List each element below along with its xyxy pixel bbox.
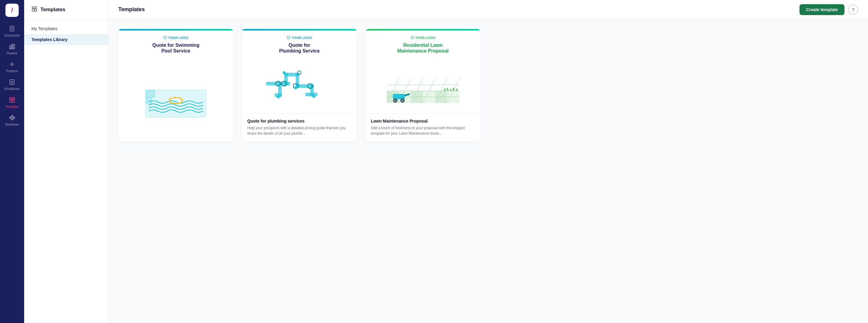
svg-line-21 — [13, 116, 13, 118]
plumb-info: Quote for plumbing services Help your pr… — [242, 114, 357, 142]
pool-logo-text: YOUR LOGO — [168, 36, 188, 39]
svg-rect-15 — [10, 117, 11, 118]
plumb-logo-section: ⬡ YOUR LOGO Quote for Plumbing Service — [273, 30, 326, 56]
pipeline-icon — [9, 43, 16, 51]
templates-header-icon — [31, 6, 37, 13]
svg-rect-25 — [35, 9, 37, 11]
pool-logo: ⬡ YOUR LOGO — [163, 35, 188, 40]
main-header: Templates Create template ? — [108, 0, 868, 19]
sidebar-item-templates[interactable]: Templates — [0, 94, 24, 111]
nav-templates-library[interactable]: Templates Library — [24, 34, 108, 45]
templates-icon — [9, 97, 16, 104]
templates-grid: ⬡ YOUR LOGO Quote for Swimming Pool Serv… — [118, 29, 480, 142]
sidebar-item-pipeline[interactable]: Pipeline — [0, 41, 24, 57]
svg-point-45 — [283, 71, 286, 74]
sidebar-item-label: Products — [6, 69, 18, 73]
plumb-logo: ⬡ YOUR LOGO — [287, 35, 312, 40]
documents-icon — [9, 25, 16, 33]
svg-rect-5 — [11, 45, 13, 49]
sidebar-item-label: PriceBooks — [4, 87, 20, 91]
template-preview-plumbing: ⬡ YOUR LOGO Quote for Plumbing Service — [242, 29, 357, 114]
plumb-desc: Help your prospects with a detailed pric… — [247, 125, 351, 136]
svg-rect-13 — [10, 99, 12, 102]
svg-rect-8 — [10, 80, 14, 85]
create-template-button[interactable]: Create template — [800, 4, 844, 15]
plumb-illustration — [242, 56, 357, 114]
plumb-preview-title: Quote for Plumbing Service — [279, 42, 320, 54]
lawn-logo: ⬡ YOUR LOGO — [410, 35, 435, 40]
svg-point-47 — [277, 95, 280, 98]
svg-rect-24 — [32, 9, 34, 11]
pool-illustration — [118, 56, 233, 142]
svg-rect-28 — [146, 97, 152, 104]
sidebar-item-documents[interactable]: Documents — [0, 23, 24, 39]
svg-rect-27 — [146, 90, 155, 97]
left-panel-title: Templates — [40, 7, 65, 13]
left-panel-nav: My Templates Templates Library — [24, 20, 108, 49]
svg-rect-16 — [11, 116, 13, 117]
template-card-swimming-pool[interactable]: ⬡ YOUR LOGO Quote for Swimming Pool Serv… — [118, 29, 233, 142]
workflows-icon — [9, 114, 16, 122]
svg-rect-4 — [10, 46, 11, 49]
lawn-logo-section: ⬡ YOUR LOGO Residential Lawn Maintenance… — [391, 30, 455, 56]
pool-logo-section: ⬡ YOUR LOGO Quote for Swimming Pool Serv… — [146, 30, 205, 56]
sidebar: / Documents Pipeline Products PriceBook — [0, 0, 24, 323]
lawn-logo-text: YOUR LOGO — [415, 36, 435, 39]
lawn-desc: Add a touch of freshness to your proposa… — [371, 125, 475, 136]
nav-my-templates[interactable]: My Templates — [24, 23, 108, 34]
svg-rect-12 — [10, 97, 15, 99]
main-header-title: Templates — [118, 6, 145, 13]
pricebooks-icon — [9, 79, 16, 86]
products-icon — [9, 61, 16, 68]
svg-rect-6 — [13, 44, 15, 49]
sidebar-item-label: Templates — [5, 105, 19, 108]
svg-point-48 — [312, 95, 315, 98]
svg-rect-23 — [32, 7, 37, 8]
sidebar-item-label: Workflows — [5, 123, 19, 126]
svg-line-19 — [11, 116, 11, 118]
svg-rect-18 — [13, 117, 15, 118]
pool-preview-title: Quote for Swimming Pool Service — [152, 42, 199, 54]
svg-point-7 — [11, 63, 13, 65]
svg-point-46 — [294, 86, 297, 89]
template-preview-pool: ⬡ YOUR LOGO Quote for Swimming Pool Serv… — [118, 29, 233, 142]
svg-point-64 — [394, 99, 396, 102]
lawn-preview-title: Residential Lawn Maintenance Proposal — [397, 42, 448, 54]
template-card-lawn[interactable]: ⬡ YOUR LOGO Residential Lawn Maintenance… — [366, 29, 480, 142]
lawn-info: Lawn Maintenance Proposal Add a touch of… — [366, 114, 480, 142]
help-button[interactable]: ? — [848, 4, 858, 15]
plumb-name: Quote for plumbing services — [247, 119, 351, 123]
sidebar-item-workflows[interactable]: Workflows — [0, 112, 24, 128]
left-panel: Templates My Templates Templates Library — [24, 0, 108, 323]
svg-rect-37 — [305, 93, 317, 96]
main-area: Templates Create template ? ⬡ YOUR LOGO — [108, 0, 868, 323]
lawn-name: Lawn Maintenance Proposal — [371, 119, 475, 123]
template-card-plumbing[interactable]: ⬡ YOUR LOGO Quote for Plumbing Service — [242, 29, 357, 142]
content-area: ⬡ YOUR LOGO Quote for Swimming Pool Serv… — [108, 19, 868, 323]
template-preview-lawn: ⬡ YOUR LOGO Residential Lawn Maintenance… — [366, 29, 480, 114]
app-logo[interactable]: / — [5, 4, 19, 17]
sidebar-item-label: Pipeline — [7, 52, 18, 55]
svg-line-20 — [11, 118, 11, 120]
svg-line-22 — [13, 118, 13, 120]
sidebar-item-products[interactable]: Products — [0, 59, 24, 75]
svg-rect-14 — [13, 99, 14, 102]
sidebar-nav: Documents Pipeline Products PriceBooks T — [0, 23, 24, 128]
svg-rect-17 — [11, 119, 13, 120]
header-actions: Create template ? — [800, 4, 858, 15]
lawn-illustration — [366, 56, 480, 114]
left-panel-header: Templates — [24, 0, 108, 20]
sidebar-item-pricebooks[interactable]: PriceBooks — [0, 77, 24, 93]
plumb-logo-text: YOUR LOGO — [291, 36, 312, 39]
sidebar-item-label: Documents — [4, 34, 20, 37]
svg-point-66 — [401, 99, 404, 102]
